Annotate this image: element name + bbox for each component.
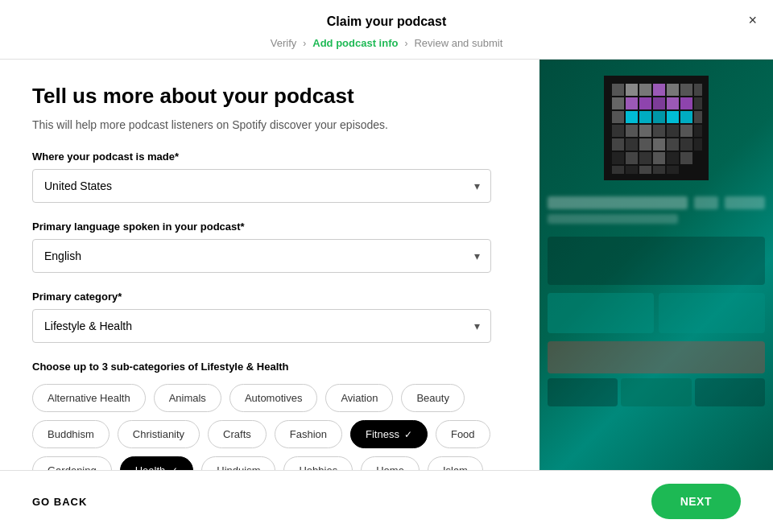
svg-rect-27 bbox=[680, 125, 692, 137]
subcategory-btn-aviation[interactable]: Aviation bbox=[325, 384, 393, 412]
close-button[interactable]: × bbox=[748, 13, 757, 27]
modal-header: Claim your podcast Verify › Add podcast … bbox=[0, 0, 773, 60]
svg-rect-40 bbox=[667, 152, 679, 164]
country-select-wrapper: United States United Kingdom Canada Aust… bbox=[32, 169, 491, 203]
svg-rect-32 bbox=[653, 138, 665, 151]
country-select[interactable]: United States United Kingdom Canada Aust… bbox=[32, 169, 491, 203]
svg-rect-25 bbox=[653, 125, 665, 137]
subcategory-btn-fitness[interactable]: Fitness✓ bbox=[350, 420, 428, 448]
breadcrumb: Verify › Add podcast info › Review and s… bbox=[271, 37, 503, 59]
subcategory-btn-christianity[interactable]: Christianity bbox=[118, 420, 200, 448]
category-select[interactable]: Lifestyle & Health Technology Business N… bbox=[32, 309, 491, 343]
svg-rect-37 bbox=[626, 152, 638, 164]
language-select-wrapper: English Spanish French German ▾ bbox=[32, 239, 491, 273]
svg-rect-30 bbox=[626, 138, 638, 151]
breadcrumb-sep1: › bbox=[303, 38, 306, 49]
svg-rect-12 bbox=[667, 97, 679, 109]
svg-rect-35 bbox=[694, 138, 702, 151]
svg-rect-2 bbox=[626, 84, 638, 96]
language-select[interactable]: English Spanish French German bbox=[32, 239, 491, 273]
language-label: Primary language spoken in your podcast* bbox=[32, 221, 491, 233]
svg-rect-24 bbox=[639, 125, 651, 137]
layout: Tell us more about your podcast This wil… bbox=[0, 60, 773, 532]
svg-rect-43 bbox=[612, 166, 624, 174]
svg-rect-1 bbox=[612, 84, 624, 96]
subcategory-btn-animals[interactable]: Animals bbox=[154, 384, 221, 412]
svg-rect-48 bbox=[680, 166, 692, 174]
svg-rect-6 bbox=[680, 84, 692, 96]
sidebar bbox=[539, 60, 773, 532]
podcast-artwork bbox=[604, 76, 709, 180]
page-subtitle: This will help more podcast listeners on… bbox=[32, 118, 491, 131]
svg-rect-22 bbox=[612, 125, 624, 137]
svg-rect-9 bbox=[626, 97, 638, 109]
svg-rect-26 bbox=[667, 125, 679, 137]
breadcrumb-step3: Review and submit bbox=[414, 37, 502, 49]
svg-rect-34 bbox=[680, 138, 692, 151]
svg-rect-16 bbox=[626, 111, 638, 123]
country-label: Where your podcast is made* bbox=[32, 151, 491, 163]
next-button[interactable]: NEXT bbox=[651, 484, 741, 519]
check-icon: ✓ bbox=[404, 429, 412, 440]
svg-rect-5 bbox=[667, 84, 679, 96]
svg-rect-8 bbox=[612, 97, 624, 109]
svg-rect-41 bbox=[680, 152, 692, 164]
svg-rect-17 bbox=[639, 111, 651, 123]
svg-rect-15 bbox=[612, 111, 624, 123]
svg-rect-4 bbox=[653, 84, 665, 96]
svg-rect-29 bbox=[612, 138, 624, 151]
svg-rect-18 bbox=[653, 111, 665, 123]
svg-rect-47 bbox=[667, 166, 679, 174]
subcategory-label: Choose up to 3 sub-categories of Lifesty… bbox=[32, 361, 491, 373]
svg-rect-39 bbox=[653, 152, 665, 164]
subcategory-btn-automotives[interactable]: Automotives bbox=[229, 384, 318, 412]
sidebar-image bbox=[539, 60, 773, 532]
go-back-button[interactable]: GO BACK bbox=[32, 496, 87, 508]
svg-rect-36 bbox=[612, 152, 624, 164]
svg-rect-28 bbox=[694, 125, 702, 137]
page-heading: Tell us more about your podcast bbox=[32, 84, 491, 109]
breadcrumb-step1: Verify bbox=[271, 37, 297, 49]
modal-title: Claim your podcast bbox=[327, 14, 446, 29]
svg-rect-44 bbox=[626, 166, 638, 174]
svg-rect-31 bbox=[639, 138, 651, 151]
svg-rect-11 bbox=[653, 97, 665, 109]
category-select-wrapper: Lifestyle & Health Technology Business N… bbox=[32, 309, 491, 343]
breadcrumb-sep2: › bbox=[404, 38, 407, 49]
main-content: Tell us more about your podcast This wil… bbox=[0, 60, 539, 532]
subcategory-btn-beauty[interactable]: Beauty bbox=[401, 384, 464, 412]
svg-rect-14 bbox=[694, 97, 702, 109]
svg-rect-49 bbox=[694, 166, 702, 174]
svg-rect-23 bbox=[626, 125, 638, 137]
svg-rect-3 bbox=[639, 84, 651, 96]
subcategory-btn-buddhism[interactable]: Buddhism bbox=[32, 420, 110, 448]
svg-rect-42 bbox=[694, 152, 702, 164]
subcategory-btn-crafts[interactable]: Crafts bbox=[208, 420, 267, 448]
subcategory-btn-food[interactable]: Food bbox=[436, 420, 490, 448]
footer: GO BACK NEXT bbox=[0, 470, 773, 532]
breadcrumb-step2: Add podcast info bbox=[312, 37, 398, 49]
svg-rect-33 bbox=[667, 138, 679, 151]
subcategory-btn-alternative-health[interactable]: Alternative Health bbox=[32, 384, 146, 412]
svg-rect-13 bbox=[680, 97, 692, 109]
subcategory-btn-fashion[interactable]: Fashion bbox=[275, 420, 342, 448]
svg-rect-45 bbox=[639, 166, 651, 174]
svg-rect-7 bbox=[694, 84, 702, 96]
svg-rect-46 bbox=[653, 166, 665, 174]
svg-rect-10 bbox=[639, 97, 651, 109]
svg-rect-21 bbox=[694, 111, 702, 123]
category-label: Primary category* bbox=[32, 291, 491, 303]
svg-rect-20 bbox=[680, 111, 692, 123]
svg-rect-19 bbox=[667, 111, 679, 123]
svg-rect-38 bbox=[639, 152, 651, 164]
